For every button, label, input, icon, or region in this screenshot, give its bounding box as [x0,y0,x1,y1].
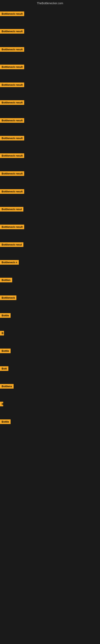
bottleneck-result-badge[interactable]: Bottleneck resul [0,242,23,247]
bottleneck-result-badge[interactable]: Bottlens [0,384,14,388]
bottleneck-result-badge[interactable]: Bottleneck result [0,100,24,105]
bottleneck-badge-container: Bottleneck result [0,29,24,34]
bottleneck-badge-container: Bottleneck result [0,64,24,70]
bottleneck-result-badge[interactable]: Bottle [0,420,11,424]
bottleneck-badge-container: Bottleneck result [0,47,24,52]
bottleneck-badge-container: Bottle [0,420,11,425]
bottleneck-badge-container: Bottle [0,348,11,354]
bottleneck-badge-container: Bottleneck result [0,136,24,141]
bottleneck-result-badge[interactable]: Bottleneck result [0,12,24,16]
bottleneck-badge-container: Bottleneck result [0,171,24,177]
bottleneck-result-badge[interactable]: Bottleneck n [0,260,19,265]
bottleneck-result-badge[interactable]: Bott [0,366,8,371]
bottleneck-result-badge[interactable]: Bottleneck resul [0,207,23,212]
bottleneck-result-badge[interactable]: Bottleneck result [0,47,24,52]
bottleneck-result-badge[interactable]: Bottleneck [0,296,16,300]
bottleneck-result-badge[interactable]: Bottleneck result [0,118,24,123]
bottleneck-badge-container: Bottlens [0,384,14,390]
bottleneck-result-badge[interactable]: Bottleneck result [0,189,24,194]
bottleneck-badge-container: Bottle [0,313,11,318]
bottleneck-badge-container: Bottleneck result [0,153,24,159]
bottleneck-badge-container: Bottleneck resul [0,207,23,212]
bottleneck-result-badge[interactable]: Bottle [0,313,11,318]
bottleneck-badge-container: Bottleneck n [0,260,19,266]
bottleneck-badge-container: Bottleneck result [0,118,24,124]
bottleneck-result-badge[interactable]: Bottleneck result [0,64,24,69]
bottleneck-badge-container: B [0,331,4,336]
bottleneck-badge-container: Bott [0,366,8,372]
bottleneck-result-badge[interactable]: Bottleneck result [0,153,24,158]
bottleneck-result-badge[interactable]: Bottleneck result [0,224,24,229]
bottleneck-badge-container: Bottleneck result [0,100,24,106]
bottleneck-result-badge[interactable]: B [0,331,4,336]
bottleneck-badge-container: Bottlen [0,278,12,283]
bottleneck-result-badge[interactable]: Bottleneck result [0,171,24,176]
bottleneck-badge-container: B [0,402,3,407]
bottleneck-badge-container: Bottleneck result [0,82,24,88]
bottleneck-badge-container: Bottleneck result [0,12,24,17]
site-title: TheBottlenecker.com [0,0,100,6]
bottleneck-result-badge[interactable]: Bottleneck result [0,82,24,87]
bottleneck-result-badge[interactable]: Bottleneck result [0,29,24,34]
bottleneck-badge-container: Bottleneck [0,296,16,301]
bottleneck-result-badge[interactable]: Bottle [0,348,11,353]
bottleneck-result-badge[interactable]: B [0,402,3,406]
bottleneck-badge-container: Bottleneck result [0,224,24,230]
bottleneck-result-badge[interactable]: Bottleneck result [0,136,24,140]
bottleneck-result-badge[interactable]: Bottlen [0,278,12,282]
bottleneck-badge-container: Bottleneck resul [0,242,23,248]
bottleneck-badge-container: Bottleneck result [0,189,24,194]
